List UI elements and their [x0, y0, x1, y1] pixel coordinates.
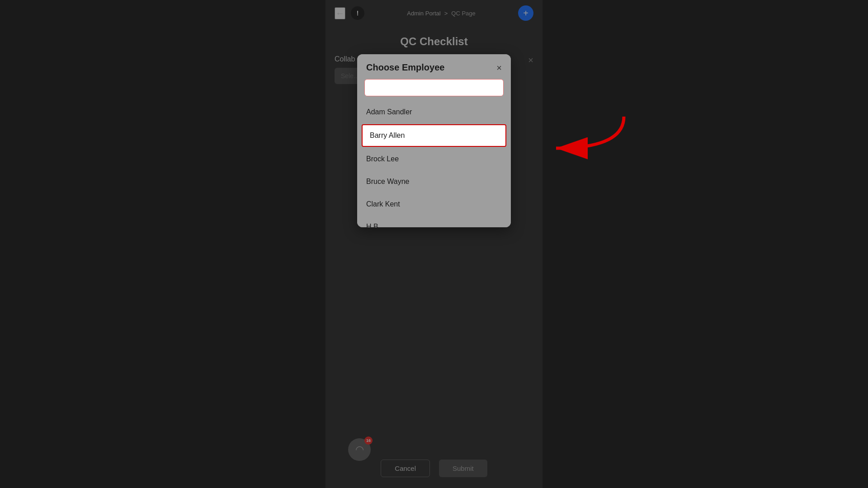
app-container: ← ! Admin Portal > QC Page + QC Checklis…	[326, 0, 542, 488]
list-item[interactable]: Clark Kent	[357, 193, 511, 216]
employee-list: Adam Sandler Barry Allen Brock Lee Bruce…	[357, 101, 511, 227]
list-item[interactable]: Bruce Wayne	[357, 170, 511, 193]
employee-search-input[interactable]	[364, 79, 504, 96]
list-item[interactable]: Brock Lee	[357, 148, 511, 170]
choose-employee-modal: Choose Employee × Adam Sandler Barry All…	[357, 54, 511, 227]
list-item[interactable]: H B	[357, 216, 511, 227]
modal-header: Choose Employee ×	[357, 54, 511, 79]
modal-title: Choose Employee	[366, 62, 444, 73]
arrow-annotation	[542, 112, 633, 166]
modal-close-button[interactable]: ×	[496, 63, 502, 72]
list-item-selected[interactable]: Barry Allen	[362, 124, 506, 147]
list-item[interactable]: Adam Sandler	[357, 101, 511, 123]
